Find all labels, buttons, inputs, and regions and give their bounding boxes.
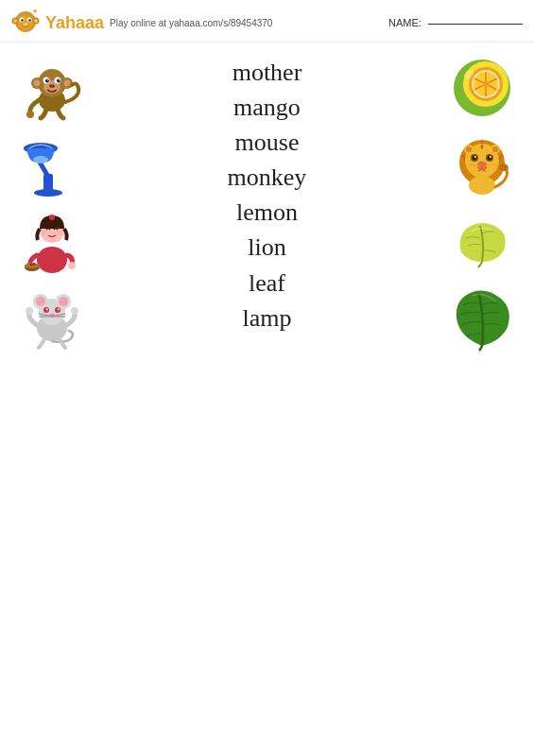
svg-point-54 <box>46 308 48 310</box>
left-image-column <box>0 52 104 744</box>
svg-point-52 <box>43 307 49 313</box>
logo-name: Yahaaa <box>45 13 104 32</box>
svg-point-7 <box>23 23 28 26</box>
svg-point-35 <box>37 247 67 273</box>
logo-icon: ★ <box>11 8 40 38</box>
svg-point-92 <box>469 176 495 195</box>
svg-point-28 <box>53 85 55 87</box>
svg-text:★: ★ <box>32 8 38 14</box>
svg-point-23 <box>57 78 60 82</box>
svg-point-39 <box>57 230 62 235</box>
svg-point-24 <box>47 79 48 80</box>
svg-point-62 <box>71 307 78 315</box>
svg-point-38 <box>42 230 47 235</box>
right-image-column <box>430 52 534 744</box>
svg-point-34 <box>33 156 48 163</box>
word-list: mother mango mouse monkey lemon lion lea… <box>104 52 430 744</box>
monkey-image <box>17 52 88 123</box>
main-content: mother mango mouse monkey lemon lion lea… <box>0 43 534 753</box>
svg-point-41 <box>68 262 76 269</box>
svg-point-90 <box>492 163 494 165</box>
name-field-area: NAME: <box>388 17 523 28</box>
word-mouse: mouse <box>235 126 300 159</box>
svg-point-83 <box>474 156 476 158</box>
logo-area: ★ Yahaaa Play online at yahaaa.com/s/894… <box>11 8 272 38</box>
svg-point-81 <box>473 155 477 160</box>
svg-point-53 <box>55 307 60 313</box>
svg-point-17 <box>34 79 41 86</box>
header-tagline: Play online at yahaaa.com/s/89454370 <box>110 18 272 28</box>
word-lamp: lamp <box>243 301 292 335</box>
word-lion: lion <box>248 231 285 264</box>
word-monkey: monkey <box>228 161 307 194</box>
word-mango: mango <box>233 91 301 124</box>
svg-point-55 <box>58 308 60 310</box>
svg-point-91 <box>496 164 498 166</box>
svg-point-61 <box>26 307 33 315</box>
big-leaf-image <box>447 282 518 352</box>
svg-point-82 <box>488 155 492 160</box>
lion-image <box>447 129 518 199</box>
svg-point-25 <box>59 79 60 80</box>
mother-image <box>17 205 88 276</box>
svg-point-89 <box>489 164 491 166</box>
svg-point-4 <box>21 19 23 21</box>
svg-point-44 <box>30 263 33 266</box>
page-header: ★ Yahaaa Play online at yahaaa.com/s/894… <box>0 0 534 43</box>
svg-point-29 <box>26 111 34 118</box>
svg-point-56 <box>49 314 55 318</box>
svg-point-88 <box>466 164 468 166</box>
svg-point-37 <box>49 215 55 220</box>
svg-point-10 <box>13 19 17 23</box>
logo-wordmark: Yahaaa <box>45 13 104 33</box>
small-leaf-image <box>447 205 518 276</box>
svg-point-45 <box>33 263 36 266</box>
svg-point-78 <box>492 146 498 152</box>
svg-point-27 <box>50 85 52 87</box>
mouse-image <box>17 282 88 352</box>
word-mother: mother <box>233 56 302 89</box>
svg-point-85 <box>477 161 487 167</box>
svg-point-86 <box>474 164 475 166</box>
word-lemon: lemon <box>236 196 298 229</box>
svg-point-11 <box>34 19 38 23</box>
name-underline <box>428 24 523 25</box>
svg-point-5 <box>28 19 30 21</box>
svg-point-51 <box>59 297 68 306</box>
word-leaf: leaf <box>249 266 285 300</box>
lamp-image <box>17 129 88 199</box>
svg-point-70 <box>483 81 489 87</box>
svg-point-49 <box>36 297 45 306</box>
svg-point-84 <box>490 156 491 158</box>
svg-point-76 <box>466 146 472 152</box>
svg-point-18 <box>64 79 71 86</box>
citrus-image <box>447 52 518 123</box>
svg-point-87 <box>470 163 472 165</box>
svg-point-22 <box>45 78 49 82</box>
